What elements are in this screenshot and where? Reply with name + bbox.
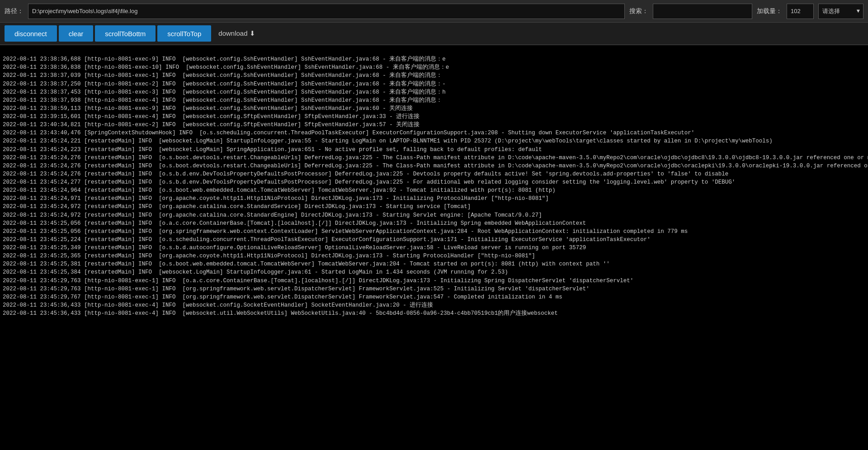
log-line: 2022-08-11 23:38:37,039 [http-nio-8081-e… <box>3 71 865 80</box>
log-line: 2022-08-11 23:45:24,276 [restartedMain] … <box>3 170 865 178</box>
log-line: 2022-08-11 23:45:24,277 [restartedMain] … <box>3 178 865 186</box>
log-line: 2022-08-11 23:43:40,476 [SpringContextSh… <box>3 129 865 137</box>
log-line: 2022-08-11 23:38:36,688 [http-nio-8081-e… <box>3 55 865 63</box>
log-line: 2022-08-11 23:45:25,381 [restartedMain] … <box>3 260 865 268</box>
button-bar: disconnect clear scrollToBottm scrollToT… <box>0 23 868 45</box>
load-input[interactable] <box>787 4 814 19</box>
log-line: 2022-08-11 23:38:37,453 [http-nio-8081-e… <box>3 88 865 96</box>
log-line: 2022-08-11 23:45:25,384 [restartedMain] … <box>3 268 865 276</box>
download-button[interactable]: download ⬇ <box>213 25 260 42</box>
log-line: 2022-08-11 23:45:24,964 [restartedMain] … <box>3 186 865 194</box>
search-label: 搜索： <box>629 7 648 15</box>
toolbar: 路径： 搜索： 加载量： 请选择选项1选项2 ▼ <box>0 0 868 23</box>
log-line: 2022-08-11 23:45:36,433 [http-nio-8081-e… <box>3 309 865 317</box>
log-line: 2022-08-11 23:38:37,250 [http-nio-8081-e… <box>3 80 865 88</box>
log-line: 2022-08-11 23:38:59,113 [http-nio-8081-e… <box>3 104 865 113</box>
path-input[interactable] <box>28 4 625 19</box>
disconnect-button[interactable]: disconnect <box>5 25 57 42</box>
select-dropdown[interactable]: 请选择选项1选项2 <box>818 4 863 19</box>
log-line: 2022-08-11 23:45:36,433 [http-nio-8081-e… <box>3 301 865 309</box>
log-line: 2022-08-11 23:45:29,767 [http-nio-8081-e… <box>3 293 865 301</box>
scroll-to-bottom-button[interactable]: scrollToBottm <box>95 25 156 42</box>
log-line: 2022-08-11 23:45:24,221 [restartedMain] … <box>3 137 865 145</box>
log-line: 2022-08-11 23:45:24,223 [restartedMain] … <box>3 146 865 154</box>
log-line: 2022-08-11 23:38:36,838 [http-nio-8081-e… <box>3 63 865 71</box>
search-input[interactable] <box>653 4 752 19</box>
log-area: 2022-08-11 23:38:36,688 [http-nio-8081-e… <box>0 45 868 450</box>
log-line: 2022-08-11 23:45:25,349 [restartedMain] … <box>3 244 865 252</box>
log-line: 2022-08-11 23:40:34,821 [http-nio-8081-e… <box>3 121 865 129</box>
clear-button[interactable]: clear <box>59 25 94 42</box>
log-line: 2022-08-11 23:45:24,276 [restartedMain] … <box>3 162 865 170</box>
log-line: 2022-08-11 23:39:15,601 [http-nio-8081-e… <box>3 113 865 121</box>
log-line: 2022-08-11 23:45:29,763 [http-nio-8081-e… <box>3 285 865 293</box>
load-label: 加载量： <box>757 7 782 15</box>
log-line: 2022-08-11 23:45:25,224 [restartedMain] … <box>3 236 865 244</box>
path-label: 路径： <box>5 7 24 15</box>
log-line: 2022-08-11 23:45:25,056 [restartedMain] … <box>3 219 865 227</box>
log-line: 2022-08-11 23:45:24,972 [restartedMain] … <box>3 203 865 211</box>
log-line: 2022-08-11 23:45:24,971 [restartedMain] … <box>3 194 865 203</box>
scroll-to-top-button[interactable]: scrollToTop <box>157 25 211 42</box>
log-line: 2022-08-11 23:45:24,276 [restartedMain] … <box>3 154 865 162</box>
select-wrapper: 请选择选项1选项2 ▼ <box>818 4 863 19</box>
log-line: 2022-08-11 23:45:24,972 [restartedMain] … <box>3 211 865 219</box>
log-line: 2022-08-11 23:38:37,938 [http-nio-8081-e… <box>3 96 865 104</box>
log-line: 2022-08-11 23:45:25,056 [restartedMain] … <box>3 227 865 236</box>
log-line: 2022-08-11 23:45:29,763 [http-nio-8081-e… <box>3 277 865 285</box>
log-line: 2022-08-11 23:45:25,365 [restartedMain] … <box>3 252 865 260</box>
